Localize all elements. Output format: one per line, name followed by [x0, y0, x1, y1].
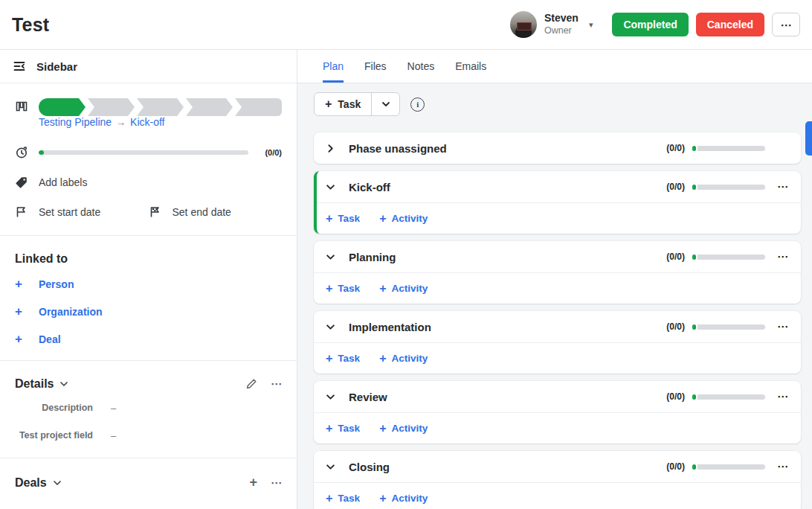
- project-progress-bar: [39, 150, 248, 155]
- phase-menu-icon[interactable]: ⋯: [777, 180, 789, 193]
- phase-add-task-link[interactable]: +Task: [326, 493, 360, 505]
- phase-card: Closing (0/0) ⋯ +Task +Activity: [314, 451, 801, 509]
- scrollbar-thumb[interactable]: [805, 121, 812, 156]
- phase-menu-icon[interactable]: ⋯: [777, 320, 789, 333]
- phase-header[interactable]: Kick-off (0/0) ⋯: [317, 171, 801, 202]
- owner-name: Steven: [544, 12, 579, 25]
- phase-chevron-icon[interactable]: [326, 252, 336, 262]
- deals-collapse-icon[interactable]: [53, 478, 62, 487]
- more-options-button[interactable]: ⋯: [772, 13, 800, 36]
- deals-menu-icon[interactable]: ⋯: [271, 476, 282, 490]
- plus-icon: +: [15, 333, 39, 345]
- phase-progress-bar: [692, 464, 765, 470]
- phase-header[interactable]: Phase unassigned (0/0) ⋯: [314, 132, 801, 164]
- phase-add-task-link[interactable]: +Task: [326, 423, 360, 435]
- end-date-group[interactable]: Set end date: [149, 205, 283, 219]
- breadcrumb: Testing Pipeline→Kick-off: [39, 116, 282, 128]
- deals-title: Deals: [15, 476, 47, 490]
- phase-header[interactable]: Planning (0/0) ⋯: [314, 241, 801, 272]
- phase-card: Implementation (0/0) ⋯ +Task +Activity: [314, 311, 801, 374]
- phase-add-task-link[interactable]: +Task: [326, 353, 360, 365]
- start-date-group[interactable]: Set start date: [15, 205, 149, 219]
- add-deal-icon[interactable]: +: [249, 475, 257, 490]
- phase-count: (0/0): [666, 182, 685, 192]
- plus-icon: +: [326, 283, 332, 295]
- detail-value: –: [111, 430, 116, 441]
- completed-button[interactable]: Completed: [612, 13, 688, 36]
- phase-chevron-icon[interactable]: [326, 182, 336, 192]
- owner-selector[interactable]: Steven Owner ▾: [510, 11, 593, 38]
- add-labels-label[interactable]: Add labels: [39, 176, 87, 188]
- tab-plan[interactable]: Plan: [323, 50, 344, 83]
- info-icon[interactable]: i: [410, 97, 425, 112]
- tab-emails[interactable]: Emails: [455, 50, 486, 83]
- phase-menu-icon[interactable]: ⋯: [777, 250, 789, 263]
- phase-add-activity-link[interactable]: +Activity: [379, 423, 428, 435]
- pipeline-stage-segment[interactable]: [235, 98, 282, 116]
- linked-item-person[interactable]: +Person: [15, 278, 282, 290]
- edit-pencil-icon[interactable]: [245, 378, 257, 390]
- phase-chevron-icon[interactable]: [326, 392, 336, 402]
- linked-list: +Person+Organization+Deal: [15, 278, 282, 345]
- main-panel: PlanFilesNotesEmails + Task i: [297, 50, 812, 509]
- plus-icon: +: [15, 278, 39, 290]
- phase-chevron-icon[interactable]: [326, 462, 336, 472]
- phase-header[interactable]: Review (0/0) ⋯: [314, 381, 801, 412]
- phase-count: (0/0): [666, 143, 685, 153]
- phase-chevron-icon[interactable]: [326, 322, 336, 332]
- phase-progress-bar: [692, 146, 765, 151]
- phase-menu-icon[interactable]: ⋯: [777, 460, 789, 473]
- canceled-button[interactable]: Canceled: [696, 13, 764, 36]
- tab-notes[interactable]: Notes: [407, 50, 435, 83]
- page-title: Test: [12, 14, 510, 36]
- phase-header[interactable]: Closing (0/0) ⋯: [314, 451, 801, 482]
- phase-header[interactable]: Implementation (0/0) ⋯: [314, 311, 801, 342]
- phase-add-task-link[interactable]: +Task: [326, 283, 360, 295]
- task-toolbar: + Task i: [314, 92, 801, 116]
- app-window: Test Steven Owner ▾ Completed Canceled ⋯…: [0, 0, 812, 509]
- pipeline-stage-segment[interactable]: [137, 98, 184, 116]
- add-task-button[interactable]: + Task: [315, 93, 371, 115]
- details-tools: ⋯: [245, 377, 282, 391]
- pipeline-stage-segment[interactable]: [186, 98, 233, 116]
- set-end-date-label[interactable]: Set end date: [173, 206, 231, 218]
- details-collapse-icon[interactable]: [59, 380, 68, 388]
- pipeline-row: [15, 98, 282, 116]
- phase-add-activity-link[interactable]: +Activity: [379, 283, 428, 295]
- labels-row[interactable]: Add labels: [15, 176, 282, 189]
- pipeline-link[interactable]: Testing Pipeline: [39, 116, 112, 128]
- collapse-sidebar-icon[interactable]: [13, 60, 26, 73]
- phase-list: Phase unassigned (0/0) ⋯ Kick-off (0/0) …: [314, 132, 801, 509]
- dates-row: Set start date Set end date: [15, 205, 282, 219]
- avatar[interactable]: [510, 11, 537, 38]
- phase-link[interactable]: Kick-off: [130, 116, 164, 128]
- progress-fill: [39, 150, 44, 155]
- add-task-dropdown-button[interactable]: [371, 93, 399, 115]
- phase-add-activity-link[interactable]: +Activity: [379, 213, 428, 225]
- phase-add-activity-link[interactable]: +Activity: [379, 493, 428, 505]
- phase-name: Kick-off: [349, 181, 390, 193]
- phase-add-task-label: Task: [338, 353, 360, 364]
- linked-to-title: Linked to: [15, 252, 68, 266]
- set-start-date-label[interactable]: Set start date: [39, 206, 100, 218]
- phase-chevron-icon[interactable]: [326, 144, 336, 153]
- pipeline-stage-bar[interactable]: [39, 98, 282, 116]
- linked-item-deal[interactable]: +Deal: [15, 333, 282, 345]
- caret-down-icon[interactable]: ▾: [589, 20, 593, 30]
- phase-add-activity-link[interactable]: +Activity: [379, 353, 428, 365]
- plus-icon: +: [379, 423, 386, 435]
- pipeline-stage-segment[interactable]: [88, 98, 135, 116]
- phase-add-task-label: Task: [338, 283, 360, 294]
- details-menu-icon[interactable]: ⋯: [271, 377, 282, 391]
- detail-value: –: [111, 403, 116, 414]
- linked-item-organization[interactable]: +Organization: [15, 305, 282, 318]
- sidebar-header: Sidebar: [0, 50, 297, 83]
- pipeline-icon: [15, 100, 39, 114]
- top-bar: Test Steven Owner ▾ Completed Canceled ⋯: [0, 0, 812, 50]
- phase-add-task-link[interactable]: +Task: [326, 213, 360, 225]
- phase-card: Review (0/0) ⋯ +Task +Activity: [314, 381, 801, 444]
- pipeline-stage-segment[interactable]: [39, 98, 86, 116]
- phase-menu-icon[interactable]: ⋯: [777, 390, 789, 403]
- tab-files[interactable]: Files: [364, 50, 387, 83]
- plus-icon: +: [379, 213, 386, 225]
